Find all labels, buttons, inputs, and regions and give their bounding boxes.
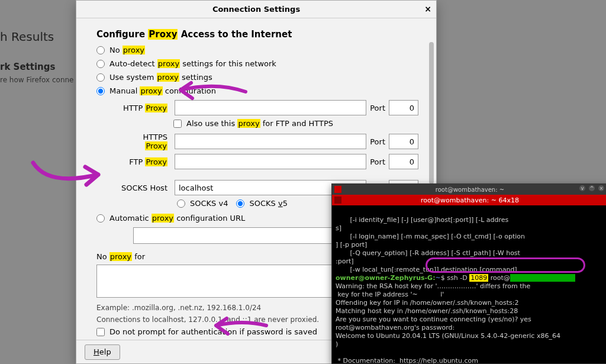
- socks-host-label: SOCKS Host: [120, 183, 167, 192]
- heading-hl: Proxy: [148, 29, 178, 40]
- radio-auto-url-label: Automatic proxy configuration URL: [109, 214, 245, 223]
- terminal-wm-titlebar[interactable]: root@wombathaven: ~ v ^ ×: [332, 184, 606, 195]
- terminal-tab-title: root@wombathaven: ~ 64x18: [421, 197, 519, 204]
- maximize-icon[interactable]: ^: [589, 185, 595, 191]
- radio-manual-proxy-label: Manual proxy configuration: [109, 86, 216, 95]
- help-button[interactable]: Help: [85, 344, 120, 360]
- radio-manual-proxy[interactable]: Manual proxy configuration: [96, 86, 418, 95]
- configure-heading: Configure Proxy Access to the Internet: [96, 29, 418, 40]
- radio-socks-v5-input[interactable]: [236, 199, 244, 208]
- https-port-input[interactable]: [389, 134, 418, 149]
- checkbox-no-prompt-label: Do not prompt for authentication if pass…: [109, 327, 317, 336]
- close-icon[interactable]: ×: [424, 4, 431, 14]
- radio-auto-detect[interactable]: Auto-detect proxy settings for this netw…: [96, 59, 418, 68]
- heading-text-post: Access to the Internet: [178, 29, 292, 40]
- radio-no-proxy[interactable]: No proxy: [96, 46, 418, 54]
- radio-auto-detect-label: Auto-detect proxy settings for this netw…: [109, 59, 276, 68]
- ftp-proxy-label: FTP Proxy: [120, 157, 167, 166]
- https-proxy-label: HTTPS Proxy: [120, 133, 167, 150]
- radio-system-proxy-label: Use system proxy settings: [109, 73, 212, 82]
- checkbox-no-prompt-input[interactable]: [96, 328, 105, 336]
- dialog-title: Connection Settings: [212, 5, 300, 14]
- radio-auto-detect-input[interactable]: [96, 60, 105, 68]
- checkbox-also-use-label: Also use this proxy for FTP and HTTPS: [186, 119, 333, 128]
- radio-socks-v4-label: SOCKS v4: [190, 199, 228, 208]
- ftp-proxy-input[interactable]: [175, 154, 366, 169]
- terminal-body[interactable]: [-i identity_file] [-J [user@]host[:port…: [332, 205, 606, 363]
- scrollbar[interactable]: [429, 42, 434, 184]
- ftp-port-input[interactable]: [389, 154, 418, 169]
- radio-socks-v4[interactable]: SOCKS v4: [177, 199, 228, 208]
- ftp-port-label: Port: [370, 157, 385, 166]
- http-proxy-input[interactable]: [175, 100, 366, 115]
- minimize-icon[interactable]: v: [579, 185, 585, 191]
- http-proxy-label: HTTP Proxy: [120, 104, 167, 112]
- radio-no-proxy-label: No proxy: [109, 46, 145, 54]
- terminal-tab-icon: [334, 197, 341, 204]
- https-proxy-input[interactable]: [175, 134, 366, 149]
- https-port-label: Port: [370, 137, 385, 146]
- checkbox-also-use[interactable]: Also use this proxy for FTP and HTTPS: [173, 119, 418, 128]
- radio-socks-v5-label: SOCKS v5: [249, 199, 287, 208]
- window-close-icon[interactable]: ×: [598, 185, 604, 191]
- terminal-app-icon: [334, 186, 341, 193]
- radio-socks-v5[interactable]: SOCKS v5: [236, 199, 287, 208]
- dialog-titlebar: Connection Settings ×: [76, 1, 436, 18]
- radio-system-proxy[interactable]: Use system proxy settings: [96, 73, 418, 82]
- radio-manual-proxy-input[interactable]: [96, 87, 105, 95]
- terminal-tab-titlebar: root@wombathaven: ~ 64x18: [332, 195, 606, 205]
- heading-text-pre: Configure: [96, 29, 148, 40]
- terminal-window: root@wombathaven: ~ v ^ × root@wombathav…: [331, 183, 606, 364]
- radio-no-proxy-input[interactable]: [96, 46, 105, 54]
- terminal-wm-title: root@wombathaven: ~: [436, 186, 504, 193]
- checkbox-also-use-input[interactable]: [173, 120, 182, 128]
- http-port-label: Port: [370, 104, 385, 112]
- radio-system-proxy-input[interactable]: [96, 73, 105, 82]
- http-port-input[interactable]: [389, 100, 418, 115]
- radio-auto-url-input[interactable]: [96, 214, 105, 223]
- radio-socks-v4-input[interactable]: [177, 199, 185, 208]
